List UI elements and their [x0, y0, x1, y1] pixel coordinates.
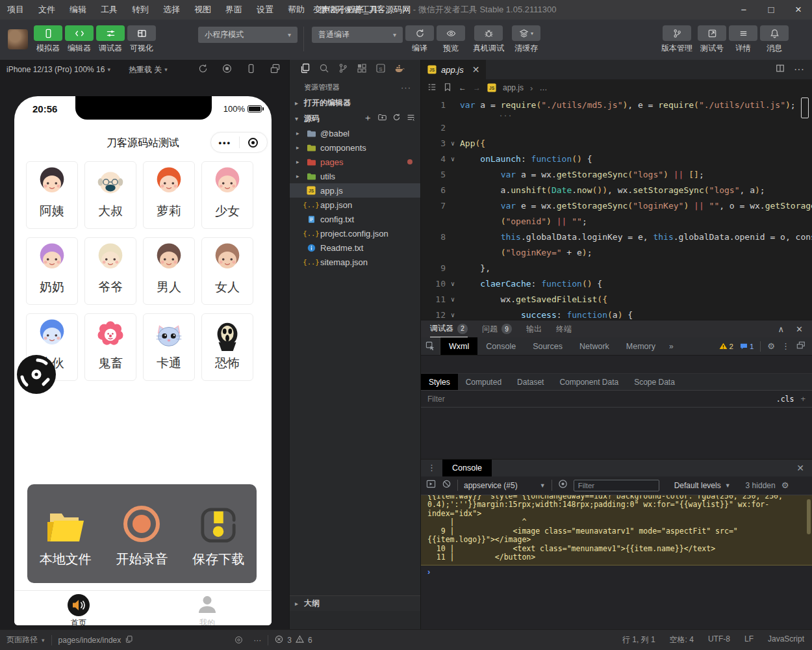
forward-icon[interactable]: → — [473, 83, 481, 92]
toolbar-button-bell[interactable]: 消息 — [759, 20, 790, 54]
styles-tab-dataset[interactable]: Dataset — [509, 374, 552, 390]
maximize-button[interactable]: □ — [757, 0, 785, 20]
console-settings-icon[interactable]: ⚙ — [781, 480, 789, 490]
voice-card[interactable]: 大叔 — [84, 161, 136, 229]
device-frame-icon[interactable] — [246, 64, 256, 75]
code-line[interactable]: 6 a.unshift(Date.now()), wx.setStorageSy… — [421, 183, 812, 198]
save-action-button[interactable]: 保存下载 — [192, 500, 244, 568]
devtools-tab-console[interactable]: Console — [477, 337, 524, 355]
status-item[interactable]: JavaScript — [768, 634, 804, 645]
snippet-icon[interactable]: S — [375, 63, 386, 76]
tree-item-app.json[interactable]: {..}app.json — [290, 198, 420, 212]
status-item[interactable]: UTF-8 — [708, 634, 730, 645]
menu-item[interactable]: 项目 — [0, 0, 31, 20]
voice-card[interactable]: 少女 — [201, 161, 253, 229]
tree-item-config.txt[interactable]: config.txt — [290, 212, 420, 226]
code-area[interactable]: 1var a = require("./utils/md5.js"), e = … — [421, 96, 812, 320]
tree-item-Readme.txt[interactable]: Readme.txt — [290, 240, 420, 255]
fold-chevron-icon[interactable]: ∨ — [446, 136, 460, 151]
code-line[interactable]: 9 }, — [421, 261, 812, 276]
user-avatar[interactable] — [8, 29, 28, 49]
open-editors-section[interactable]: ▸ 打开的编辑器 — [290, 95, 420, 110]
tab-app-js[interactable]: JS app.js ✕ — [421, 60, 486, 79]
code-line[interactable]: 7 var e = wx.getStorageSync("loginKey") … — [421, 198, 812, 214]
miniprogram-mode-select[interactable]: 小程序模式▾ — [198, 27, 298, 43]
music-disc-button[interactable] — [16, 354, 57, 395]
outline-section[interactable]: ▸ 大纲 — [290, 595, 420, 611]
tabbar-item-mine[interactable]: 我的 — [143, 591, 272, 625]
multi-window-icon[interactable] — [270, 64, 280, 75]
warning-count[interactable]: 2 — [719, 343, 733, 350]
more-actions-icon[interactable]: ··· — [401, 83, 411, 92]
voice-card[interactable]: 阿姨 — [26, 161, 78, 229]
devtools-tab-wxml[interactable]: Wxml — [440, 337, 477, 355]
code-line[interactable]: 5 var a = wx.getStorageSync("logs") || [… — [421, 167, 812, 183]
styles-filter-input[interactable]: Filter — [427, 395, 445, 404]
device-select[interactable]: iPhone 12/13 (Pro) 100% 16 — [6, 65, 105, 74]
code-line[interactable]: 11∨ wx.getSavedFileList({ — [421, 292, 812, 307]
status-item[interactable]: 空格: 4 — [670, 634, 694, 645]
tree-item-project.config.json[interactable]: {..}project.config.json — [290, 226, 420, 240]
tree-item-@babel[interactable]: ▸@babel — [290, 126, 420, 140]
problems-indicator[interactable]: 3 6 — [275, 635, 312, 645]
status-more-icon[interactable]: ··· — [253, 636, 261, 645]
menu-item[interactable]: 视图 — [187, 0, 218, 20]
code-line[interactable]: 4∨ onLaunch: function() { — [421, 151, 812, 167]
more-options-icon[interactable]: ⋮ — [781, 341, 790, 351]
toolbar-button-sliders[interactable]: 调试器 — [95, 20, 126, 54]
compile-mode-select[interactable]: 普通编译▾ — [312, 27, 403, 43]
breadcrumb-more[interactable]: … — [539, 83, 547, 92]
collapse-all-icon[interactable] — [407, 113, 415, 124]
inspect-element-icon[interactable] — [421, 337, 440, 355]
eye-icon[interactable] — [558, 479, 568, 491]
hot-reload-toggle[interactable]: 热重载 关 — [129, 64, 162, 75]
scrollbar-thumb[interactable] — [807, 499, 811, 534]
code-line[interactable]: 8 this.globalData.loginKey = e, this.glo… — [421, 229, 812, 245]
more-menu-icon[interactable]: ••• — [211, 138, 239, 148]
console-sidebar-icon[interactable] — [426, 479, 436, 491]
breadcrumb-file[interactable]: app.js — [503, 83, 524, 92]
message-count[interactable]: 1 — [740, 343, 754, 350]
code-line[interactable]: 1var a = require("./utils/md5.js"), e = … — [421, 98, 812, 113]
close-drawer-icon[interactable]: ✕ — [796, 463, 804, 473]
close-tab-icon[interactable]: ✕ — [472, 64, 480, 75]
bookmark-icon[interactable] — [443, 83, 452, 94]
tree-item-utils[interactable]: ▸utils — [290, 169, 420, 183]
context-select[interactable]: appservice (#5)▼ — [464, 481, 546, 490]
folder-action-button[interactable]: 本地文件 — [40, 500, 92, 568]
split-editor-icon[interactable] — [776, 64, 785, 75]
panel-tab-输出[interactable]: 输出 — [526, 320, 542, 337]
menu-item[interactable]: 编辑 — [62, 0, 94, 20]
styles-content[interactable] — [421, 408, 812, 459]
rotate-icon[interactable] — [198, 64, 208, 75]
toolbar-button-layers[interactable]: ▾清缓存 — [511, 20, 542, 54]
element-tree-area[interactable] — [421, 356, 812, 374]
docker-whale-icon[interactable] — [394, 63, 405, 76]
tree-item-app.js[interactable]: JSapp.js — [290, 183, 420, 198]
search-icon[interactable] — [319, 63, 329, 76]
voice-card[interactable]: 男人 — [143, 237, 195, 305]
more-actions-icon[interactable]: ··· — [794, 64, 804, 75]
more-tabs-icon[interactable]: » — [664, 342, 679, 351]
toolbar-button-branch[interactable]: 版本管理 — [657, 20, 696, 54]
voice-card[interactable]: 恐怖 — [201, 313, 253, 381]
scrollbar-marker[interactable] — [801, 98, 809, 118]
back-icon[interactable]: ← — [459, 83, 466, 92]
tree-item-sitemap.json[interactable]: {..}sitemap.json — [290, 255, 420, 269]
voice-card[interactable]: 萝莉 — [143, 161, 195, 229]
minimize-capsule-icon[interactable] — [240, 138, 268, 148]
log-levels-select[interactable]: Default levels▼ — [674, 481, 731, 490]
record-icon[interactable] — [222, 64, 232, 75]
clear-console-icon[interactable] — [442, 479, 451, 491]
preview-eye-icon[interactable] — [235, 636, 243, 644]
devtools-tab-memory[interactable]: Memory — [618, 337, 664, 355]
settings-gear-icon[interactable]: ⚙ — [767, 341, 775, 351]
panel-tab-问题[interactable]: 问题9 — [482, 320, 512, 337]
voice-card[interactable]: 卡通 — [143, 313, 195, 381]
collapse-panel-icon[interactable]: ∧ — [778, 324, 785, 334]
menu-item[interactable]: 工具 — [94, 0, 125, 20]
menu-item[interactable]: 转到 — [125, 0, 156, 20]
copy-icon[interactable] — [125, 635, 133, 645]
console-tab[interactable]: Console — [442, 460, 492, 476]
minimize-button[interactable]: − — [730, 0, 757, 20]
